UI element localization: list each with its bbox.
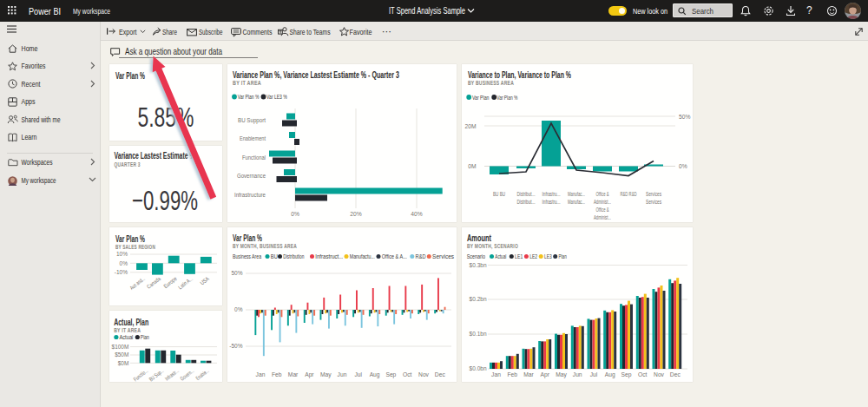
svg-text:20M: 20M [464, 123, 476, 129]
svg-text:Scenario: Scenario [467, 253, 485, 259]
svg-text:$0M: $0M [118, 360, 129, 366]
svg-text:Enablement: Enablement [240, 135, 266, 141]
svg-text:Amount: Amount [467, 233, 491, 243]
svg-text:Feb: Feb [507, 371, 517, 377]
svg-text:Manufac...: Manufac... [568, 199, 585, 205]
svg-text:Var Plan %: Var Plan % [115, 234, 145, 244]
svg-text:Jul: Jul [590, 371, 598, 377]
svg-text:Services: Services [646, 191, 662, 197]
svg-text:Office & A...: Office & A... [382, 253, 407, 259]
svg-text:Functional: Functional [242, 154, 266, 161]
svg-text:BY BUSINESS AREA: BY BUSINESS AREA [468, 80, 514, 86]
svg-text:Jan: Jan [491, 371, 501, 377]
svg-text:Infrastru...: Infrastru... [542, 199, 561, 205]
svg-text:Oct: Oct [638, 371, 648, 377]
svg-text:40%: 40% [411, 211, 422, 217]
svg-text:Dec: Dec [670, 371, 681, 377]
svg-text:Distribut...: Distribut... [517, 191, 536, 197]
svg-text:Workspaces: Workspaces [22, 158, 53, 167]
svg-text:0%: 0% [291, 211, 299, 217]
svg-text:Infrastruct...: Infrastruct... [315, 253, 343, 259]
svg-text:50%: 50% [679, 114, 690, 120]
svg-text:Jun: Jun [573, 371, 582, 377]
svg-text:$0.2bn: $0.2bn [470, 296, 487, 302]
svg-text:$0.3bn: $0.3bn [470, 262, 487, 268]
svg-text:Var Plan: Var Plan [472, 95, 490, 101]
svg-text:20%: 20% [350, 211, 361, 217]
svg-text:Infrastru...: Infrastru... [542, 191, 561, 197]
svg-text:Mar: Mar [288, 371, 299, 377]
svg-text:Actual: Actual [119, 334, 133, 340]
svg-text:Apps: Apps [22, 97, 36, 106]
svg-text:-50%: -50% [229, 343, 242, 349]
svg-text:Enable...: Enable... [194, 367, 210, 381]
svg-text:Nov: Nov [654, 371, 665, 377]
svg-text:Learn: Learn [22, 133, 37, 141]
svg-text:Business Area: Business Area [233, 253, 261, 259]
svg-text:BY MONTH, BUSINESS AREA: BY MONTH, BUSINESS AREA [233, 243, 297, 250]
svg-text:Aus and...: Aus and... [128, 275, 146, 291]
svg-text:$100M: $100M [112, 344, 129, 350]
svg-text:Shared with me: Shared with me [22, 115, 61, 124]
svg-text:Var Plan %: Var Plan % [496, 95, 517, 101]
svg-text:Infrastr...: Infrastr... [164, 367, 181, 382]
svg-text:May: May [320, 371, 332, 378]
svg-text:$0.0bn: $0.0bn [470, 365, 487, 371]
svg-text:$0.1bn: $0.1bn [470, 331, 487, 337]
svg-text:Services: Services [432, 253, 454, 259]
svg-text:Plan: Plan [141, 334, 149, 340]
svg-text:Administ...: Administ... [594, 214, 611, 220]
svg-text:LE2: LE2 [529, 253, 537, 259]
svg-text:Distribut...: Distribut... [517, 199, 536, 205]
svg-text:BY IT AREA: BY IT AREA [233, 80, 261, 86]
svg-text:Sep: Sep [385, 371, 396, 378]
svg-text:Sep: Sep [621, 371, 632, 378]
svg-text:0M: 0M [468, 163, 477, 169]
svg-text:Mar: Mar [523, 371, 534, 377]
svg-text:10%: 10% [116, 251, 128, 257]
svg-text:Jul: Jul [355, 371, 363, 377]
svg-text:Governance: Governance [237, 173, 266, 179]
svg-text:BY SALES REGION: BY SALES REGION [115, 244, 155, 250]
svg-text:May: May [556, 371, 567, 378]
svg-text:0%: 0% [234, 306, 243, 312]
svg-text:Infrastructure: Infrastructure [234, 192, 266, 198]
svg-text:Manufac...: Manufac... [568, 191, 585, 197]
svg-text:Oct: Oct [403, 371, 412, 377]
svg-text:Canada: Canada [146, 275, 162, 290]
svg-text:Office &: Office & [596, 191, 609, 197]
svg-text:R&D: R&D [416, 253, 426, 259]
svg-text:0%: 0% [679, 163, 687, 169]
svg-text:Var LE3 %: Var LE3 % [266, 94, 287, 100]
svg-text:Distribution: Distribution [283, 253, 304, 259]
svg-text:Administ...: Administ... [594, 199, 611, 205]
svg-text:Feb: Feb [272, 371, 282, 377]
svg-text:R&D R&D: R&D R&D [621, 191, 637, 197]
svg-text:Recent: Recent [22, 80, 41, 89]
svg-text:Govern...: Govern... [179, 367, 195, 382]
svg-text:BU BU: BU BU [493, 191, 505, 197]
svg-text:-10%: -10% [115, 269, 128, 275]
svg-text:Nov: Nov [418, 371, 430, 377]
svg-text:BU: BU [271, 253, 278, 259]
svg-text:Variance Plan %, Variance Last: Variance Plan %, Variance Lastest Estiam… [233, 70, 399, 80]
svg-text:Office &: Office & [596, 207, 609, 213]
svg-text:Var Plan %: Var Plan % [238, 94, 260, 100]
svg-text:My workspace: My workspace [22, 176, 56, 185]
svg-text:Var Plan %: Var Plan % [233, 233, 262, 243]
svg-text:Jun: Jun [338, 371, 347, 377]
svg-text:$50M: $50M [115, 351, 128, 358]
svg-text:Functio...: Functio... [132, 367, 148, 382]
svg-text:USA: USA [199, 275, 210, 286]
svg-text:LE3: LE3 [544, 253, 552, 259]
svg-text:Dec: Dec [435, 371, 446, 377]
svg-text:Actual: Actual [495, 253, 506, 259]
svg-text:Jan: Jan [256, 371, 266, 377]
svg-text:Apr: Apr [541, 371, 550, 378]
svg-text:0%: 0% [120, 260, 128, 266]
svg-text:BY MONTH, SCENARIO: BY MONTH, SCENARIO [467, 243, 518, 250]
svg-text:BY IT AREA: BY IT AREA [114, 327, 141, 333]
svg-text:Actual, Plan: Actual, Plan [114, 318, 148, 327]
svg-text:50%: 50% [231, 270, 242, 276]
svg-text:BU Support: BU Support [238, 117, 266, 124]
